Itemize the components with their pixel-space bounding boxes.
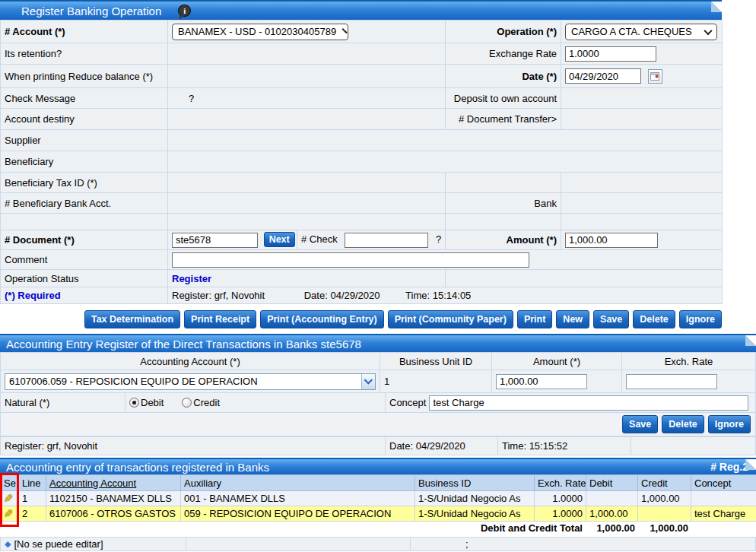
entry-save-button[interactable]: Save — [622, 415, 658, 433]
col-line: Line — [19, 475, 46, 491]
check-cell: # Check ? — [297, 230, 446, 250]
entry-amount-cell — [492, 370, 622, 393]
fold-corner-cut — [745, 459, 756, 470]
transactions-header-row: Se Line Accounting Account Auxiliary Bus… — [1, 475, 756, 491]
operation-cell: CARGO A CTA. CHEQUES — [561, 21, 723, 43]
delete-button[interactable]: Delete — [633, 310, 675, 328]
account-select[interactable]: BANAMEX - USD - 0102030405789 — [172, 24, 348, 40]
operation-select[interactable]: CARGO A CTA. CHEQUES — [565, 24, 717, 40]
total-debit: 1,000.00 — [586, 522, 637, 534]
natural-label: Natural (*) — [0, 393, 125, 413]
new-button[interactable]: New — [556, 310, 589, 328]
save-button[interactable]: Save — [593, 310, 629, 328]
col-accounting-account[interactable]: Accounting Account — [46, 475, 181, 491]
entry-header-row: Accounting Account (*) Business Unit ID … — [0, 352, 756, 370]
check-message-value[interactable]: ? — [189, 93, 194, 104]
empty-cell — [168, 130, 723, 151]
document-label: # Document (*) — [1, 230, 168, 250]
chevron-down-icon — [342, 28, 348, 33]
empty-cell — [561, 173, 723, 193]
amount-cell — [561, 230, 723, 250]
banking-form-table: # Account (*) BANAMEX - USD - 0102030405… — [0, 20, 723, 304]
date-input[interactable] — [565, 68, 641, 84]
natural-options-cell: Debit Credit — [125, 393, 386, 413]
exch-rate-cell: 1.0000 — [535, 506, 586, 522]
transactions-titlebar: Accounting entry of transactions registe… — [0, 458, 756, 474]
exchange-rate-label: Exchange Rate — [446, 43, 561, 65]
beneficiary-label: Beneficiary — [1, 151, 168, 173]
credit-radio[interactable] — [182, 398, 192, 408]
comment-label: Comment — [1, 250, 168, 270]
next-button[interactable]: Next — [264, 232, 295, 247]
debit-cell — [586, 491, 638, 506]
document-input[interactable] — [172, 233, 258, 248]
legend-row: ◆ [No se puede editar] ; — [0, 537, 756, 551]
info-icon[interactable] — [178, 5, 191, 17]
check-message-label: Check Message — [1, 88, 168, 109]
edit-cell[interactable]: ✎ — [1, 506, 19, 522]
debit-cell: 1,000.00 — [586, 506, 638, 522]
print-receipt-button[interactable]: Print Receipt — [184, 310, 256, 328]
ignore-button[interactable]: Ignore — [679, 310, 722, 328]
entry-header-exch-rate: Exch. Rate — [622, 352, 756, 370]
exch-rate-cell: 1.0000 — [535, 491, 586, 506]
register-date: Date: 04/29/2020 — [304, 290, 380, 301]
transactions-title: Accounting entry of transactions registe… — [0, 461, 269, 474]
required-note: (*) Required — [1, 287, 168, 304]
debit-radio[interactable] — [129, 398, 139, 408]
register-time: Time: 15:14:05 — [405, 290, 471, 301]
exchange-rate-input[interactable] — [565, 46, 656, 62]
entry-delete-button[interactable]: Delete — [662, 415, 704, 433]
entry-input-row: 6107006.059 - REPOSICION EQUIPO DE OPERA… — [0, 370, 756, 393]
concept-label: Concept — [389, 397, 426, 408]
calendar-icon[interactable] — [648, 69, 662, 84]
legend-cell: ◆ [No se puede editar] — [0, 537, 186, 551]
concept-cell — [691, 491, 756, 506]
print-community-paper-button[interactable]: Print (Community Paper) — [388, 310, 513, 328]
entry-amount-input[interactable] — [496, 374, 587, 389]
natural-row: Natural (*) Debit Credit Concept — [0, 393, 756, 413]
date-label: Date (*) — [446, 65, 561, 88]
check-label: # Check — [301, 233, 338, 245]
entry-exch-rate-input[interactable] — [626, 374, 717, 389]
col-se: Se — [1, 475, 19, 491]
entry-ignore-button[interactable]: Ignore — [708, 415, 751, 433]
register-info-cell: Register: grf, Novohit Date: 04/29/2020 … — [168, 287, 723, 304]
accounting-account-select[interactable]: 6107006.059 - REPOSICION EQUIPO DE OPERA… — [5, 373, 376, 390]
total-credit: 1,000.00 — [637, 522, 691, 534]
print-accounting-entry-button[interactable]: Print (Accounting Entry) — [260, 310, 383, 328]
print-button[interactable]: Print — [517, 310, 552, 328]
entry-actions-toolbar: Save Delete Ignore — [0, 413, 756, 436]
check-message-cell: ? — [168, 88, 446, 109]
date-cell — [561, 65, 723, 88]
empty-cell — [631, 436, 756, 455]
empty-cell — [186, 537, 411, 551]
operation-status-cell: Register — [168, 270, 446, 287]
empty-cell — [168, 65, 446, 88]
comment-input[interactable] — [172, 252, 529, 268]
entry-account-cell: 6107006.059 - REPOSICION EQUIPO DE OPERA… — [0, 370, 380, 393]
col-business-id: Business ID — [415, 475, 535, 491]
edit-cell[interactable]: ✎ — [1, 491, 19, 506]
check-input[interactable] — [345, 233, 428, 248]
empty-cell — [168, 109, 446, 130]
edit-pencil-icon[interactable]: ✎ — [4, 493, 14, 504]
operation-label: Operation (*) — [446, 21, 561, 43]
operation-status-value[interactable]: Register — [172, 273, 211, 284]
account-destiny-label: Account destiny — [1, 109, 168, 130]
line-cell: 1 — [19, 491, 46, 506]
operation-status-label: Operation Status — [1, 270, 168, 287]
debit-radio-label: Debit — [141, 397, 164, 408]
tax-determination-button[interactable]: Tax Determination — [84, 310, 180, 328]
amount-input[interactable] — [565, 233, 658, 248]
diamond-icon: ◆ — [5, 539, 11, 549]
business-id-cell: 1-S/Unidad Negocio As — [415, 491, 535, 506]
concept-cell: test Charge — [691, 506, 756, 522]
auxiliary-cell: 059 - REPOSICION EQUIPO DE OPERACION — [181, 506, 415, 522]
line-cell: 2 — [19, 506, 46, 522]
check-help-link[interactable]: ? — [436, 233, 441, 245]
concept-input[interactable] — [429, 395, 748, 411]
edit-pencil-icon[interactable]: ✎ — [4, 508, 14, 519]
deposit-own-account-label: Deposit to own account — [446, 88, 561, 109]
register-by: Register: grf, Novohit — [172, 290, 265, 301]
